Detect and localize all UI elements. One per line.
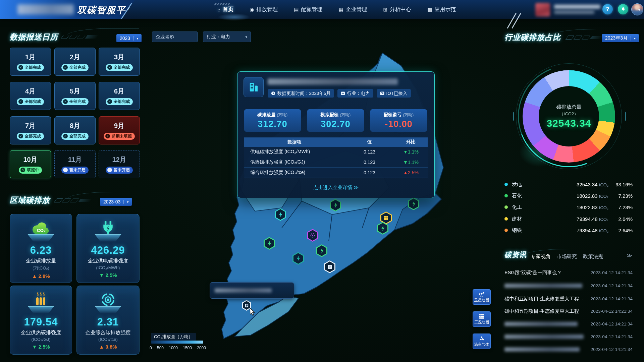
stat-emission-value: 312.70 [258,119,287,129]
news-more-link[interactable]: ≫ [627,252,632,259]
news-item[interactable]: ESG跟“双碳”是一回事么？2023-04-12 14:21:34 [504,267,633,278]
month-card-jul[interactable]: 7月✓全部完成 [10,116,51,144]
check-icon: ✓ [18,99,23,104]
month-card-jan[interactable]: 1月✓全部完成 [10,48,51,76]
radiator-icon [34,291,48,307]
nav-item-enterprise[interactable]: ▦企业管理 [338,6,367,13]
tab-market-research[interactable]: 市场研究 [557,253,577,260]
news-item[interactable]: 碳中和五期项目-生态修复重大工程...2023-04-12 14:21:34 [504,294,633,304]
stat-unit: (tCO₂/MWh) [96,265,120,270]
month-card-nov-pending[interactable]: 11月−暂未开启 [54,150,96,178]
legend-row-chemical: 化工 18022.83 tCO₂ 7.23% [504,202,633,212]
nav-item-home[interactable]: ⌂首页 [217,6,233,13]
plug-icon [101,220,115,236]
region-period-dropdown[interactable]: 2023-03▾ [100,198,132,206]
donut-center: 碳排放总量 （tCO2） 32543.34 [539,86,599,146]
industry-badge: 行业：电力 [337,89,373,98]
month-card-feb[interactable]: 2月✓全部完成 [54,48,96,76]
user-avatar[interactable] [631,3,643,15]
legend-dot [504,194,508,197]
operating-map-button[interactable]: 工况地图 [473,311,491,327]
notifications-button[interactable] [618,4,628,14]
month-card-apr[interactable]: 4月✓全部完成 [10,82,51,110]
legend-dot [504,205,508,209]
co2-cloud-icon: CO₂ [31,220,51,236]
stat-delta: ▼ 2.5% [99,272,117,278]
stat-unit: (万tCO₂) [33,265,49,271]
satellite-map-button[interactable]: 卫星地图 [473,289,491,305]
industry-panel-title: 行业碳排放占比 [504,32,561,43]
iot-badge: IOT已接入 [377,89,411,98]
stat-card-overall-intensity: 2.31 企业综合碳排放强度 (tCO₂/tce) ▲ 0.8% [76,286,140,355]
stat-unit: (tCO₂/tce) [98,337,118,342]
stat-label: 企业综合碳排放强度 [86,329,131,336]
month-card-aug[interactable]: 8月✓全部完成 [54,116,96,144]
stat-label: 企业供热碳排强度 [21,329,61,336]
icon-pedestal [92,306,124,313]
chevron-down-icon: ▾ [245,35,247,39]
news-item[interactable]: 碳中和五期项目-生态修复重大工程2023-04-12 14:21:34 [504,306,633,316]
month-card-oct-active[interactable]: 10月✎填报中 [10,150,51,178]
icon-pedestal [92,234,124,242]
enterprise-detail-link[interactable]: 点击进入企业详情 ≫ [237,184,434,191]
industry-donut-chart: 碳排放总量 （tCO2） 32543.34 [516,63,622,169]
nav-item-quota[interactable]: ▤配额管理 [294,6,322,13]
stat-value: 426.29 [91,244,125,256]
bell-icon [621,7,626,12]
popup-badges: 数据更新时间：2023年5月 行业：电力 IOT已接入 [268,89,411,98]
news-item[interactable]: 2023-04-12 14:21:34 [504,331,633,342]
brand-area: 双碳智服平台 [0,0,135,19]
calendar-year-dropdown[interactable]: 2023▾ [116,34,142,42]
top-nav-bar: 双碳智服平台 ⌂首页 ◉排放管理 ▤配额管理 ▦企业管理 ⊞分析中心 ▩应用示范… [0,0,644,19]
industry-period-dropdown[interactable]: 2023年3月▾ [602,34,639,42]
nav-item-demo[interactable]: ▩应用示范 [427,6,456,13]
month-card-jun[interactable]: 6月✓全部完成 [99,82,140,110]
legend-row-building: 建材 79394.48 tCO₂ 2.64% [504,214,633,224]
table-row: 供电碳排放强度 (tCO₂/MWh) 0.123 ▼1.1% [244,147,428,157]
total-emission-value: 32543.34 [546,118,591,129]
apps-icon: ▩ [427,7,432,12]
region-panel-title: 区域碳排放 [10,195,50,205]
panel-deco-shapes [55,198,91,202]
news-item[interactable]: 2023-04-12 14:21:34 [504,281,633,291]
building-icon [244,77,264,97]
table-header-row: 数据项 值 环比 [244,137,428,147]
news-item[interactable]: 2023-04-12 14:21:34 [504,344,633,354]
stat-quota-value: 302.70 [321,119,351,129]
month-card-sep-overdue[interactable]: 9月×超期未填报 [99,116,140,144]
gauge-icon: ◉ [250,7,254,12]
stat-value: 2.31 [97,316,119,328]
legend-dot [504,183,508,186]
news-panel-title: 碳资讯 [504,250,527,259]
org-subname-redacted [554,11,594,14]
help-button[interactable]: ? [602,4,613,14]
stat-balance: 配额盈亏 (万吨) -10.00 [370,109,427,132]
stat-value: 6.23 [30,244,52,256]
iot-badge-icon [380,92,384,95]
molecule-icon [479,336,485,341]
stat-unit: (tCO₂/GJ) [31,337,50,342]
tab-policy[interactable]: 政策法规 [583,253,603,260]
tab-expert-view[interactable]: 专家视角 [531,253,551,260]
check-icon: ✓ [107,65,112,70]
chart-badge-icon [341,92,345,95]
month-card-dec-pending[interactable]: 12月−暂未开启 [99,150,140,178]
redacted-company-name [268,78,398,85]
cross-icon: × [105,134,110,138]
dashboard: 双碳智服平台 ⌂首页 ◉排放管理 ▤配额管理 ▦企业管理 ⊞分析中心 ▩应用示范… [0,0,644,362]
app-logo [17,4,74,14]
nav-item-analysis[interactable]: ⊞分析中心 [383,6,412,13]
avatar-caret-icon[interactable]: ▾ [638,8,640,12]
news-item[interactable]: 2023-04-12 14:21:34 [504,319,633,329]
chevron-down-icon: ▾ [127,200,128,204]
month-card-may[interactable]: 5月✓全部完成 [54,82,96,110]
stat-balance-value: -10.00 [385,119,413,129]
double-chevron-icon: ≫ [354,185,359,190]
month-card-mar[interactable]: 3月✓全部完成 [99,48,140,76]
greenhouse-gas-button[interactable]: 温室气体 [473,334,491,349]
icon-pedestal [25,306,57,313]
legend-dot [504,217,508,221]
nav-item-emission[interactable]: ◉排放管理 [250,6,278,13]
satellite-icon [479,292,485,297]
donut-bracket-decoration [623,112,626,121]
